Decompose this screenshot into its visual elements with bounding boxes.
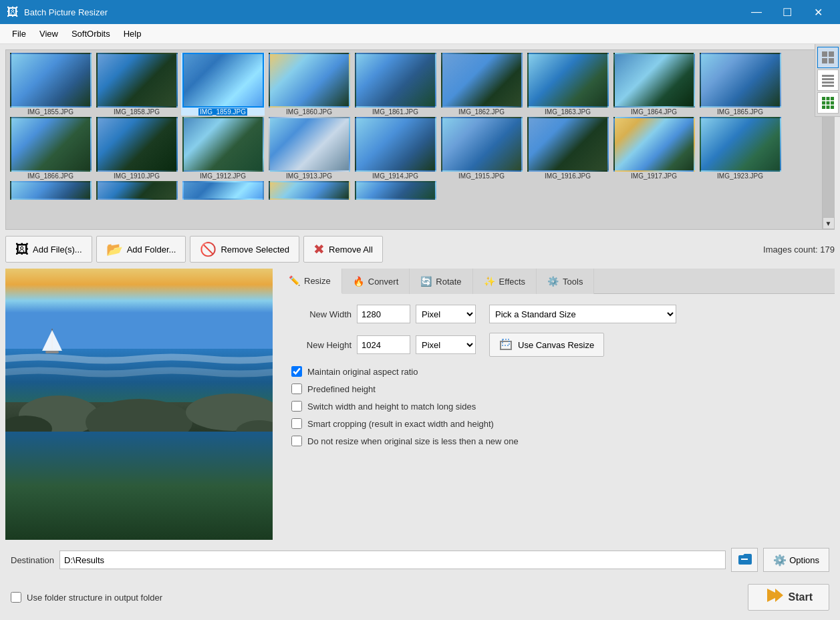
view-large-icon-btn[interactable] [817, 47, 839, 68]
no-resize-checkbox-row[interactable]: Do not resize when original size is less… [291, 436, 821, 446]
switch-dimensions-checkbox-row[interactable]: Switch width and height to match long si… [291, 401, 821, 412]
add-files-button[interactable]: 🖼 Add File(s)... [5, 236, 92, 263]
svg-rect-1 [829, 51, 834, 57]
svg-rect-6 [822, 82, 834, 84]
destination-bar: Destination ⚙️ Options [5, 544, 835, 576]
width-unit-select[interactable]: Pixel Percent Inch cm mm [416, 305, 476, 323]
thumb-item[interactable] [267, 181, 351, 200]
destination-input[interactable] [59, 551, 726, 569]
svg-rect-8 [822, 97, 825, 100]
convert-tab-label: Convert [368, 277, 399, 287]
no-resize-checkbox[interactable] [291, 436, 302, 446]
remove-selected-label: Remove Selected [221, 245, 289, 255]
thumb-item-selected[interactable]: IMG_1859.JPG [181, 53, 265, 116]
add-folder-button[interactable]: 📂 Add Folder... [96, 236, 186, 263]
remove-selected-button[interactable]: 🚫 Remove Selected [190, 236, 299, 263]
tab-effects[interactable]: ✨ Effects [473, 269, 537, 294]
thumb-item[interactable]: IMG_1864.JPG [612, 53, 696, 116]
thumb-item[interactable]: IMG_1866.JPG [9, 117, 92, 180]
thumb-item[interactable]: IMG_1858.JPG [95, 53, 178, 116]
view-list-icon-btn[interactable] [817, 69, 839, 91]
height-input[interactable] [357, 335, 410, 354]
tab-tools[interactable]: ⚙️ Tools [537, 269, 594, 294]
main-toolbar: 🖼 Add File(s)... 📂 Add Folder... 🚫 Remov… [5, 234, 835, 265]
maintain-aspect-checkbox[interactable] [291, 366, 302, 377]
switch-dimensions-label: Switch width and height to match long si… [307, 402, 476, 412]
smart-cropping-checkbox[interactable] [291, 418, 302, 429]
menu-help[interactable]: Help [117, 26, 148, 41]
destination-browse-button[interactable] [731, 548, 758, 572]
thumb-item[interactable] [354, 181, 437, 200]
standard-size-select[interactable]: Pick a Standard Size [489, 305, 676, 323]
start-button[interactable]: Start [748, 584, 829, 611]
tab-convert[interactable]: 🔥 Convert [342, 269, 410, 294]
use-folder-structure-checkbox[interactable] [11, 592, 21, 603]
resize-tab-icon: ✏️ [289, 275, 300, 286]
svg-rect-4 [822, 75, 834, 77]
minimize-button[interactable]: — [741, 0, 772, 24]
use-folder-structure-row[interactable]: Use folder structure in output folder [11, 592, 162, 603]
view-grid-icon-btn[interactable] [817, 92, 839, 114]
app-icon: 🖼 [7, 5, 19, 19]
thumb-item[interactable]: IMG_1865.JPG [698, 53, 782, 116]
svg-rect-15 [826, 106, 829, 109]
preview-image [5, 269, 273, 540]
thumb-item[interactable]: IMG_1910.JPG [95, 117, 178, 180]
thumb-item[interactable]: IMG_1915.JPG [440, 117, 523, 180]
preview-panel [5, 269, 273, 540]
gallery-row-1: IMG_1855.JPG IMG_1858.JPG IMG_1859.JPG I… [9, 53, 819, 116]
tab-resize[interactable]: ✏️ Resize [278, 269, 342, 294]
svg-rect-12 [826, 102, 829, 105]
predefined-height-checkbox-row[interactable]: Predefined height [291, 383, 821, 394]
thumb-item[interactable]: IMG_1913.JPG [267, 117, 351, 180]
predefined-height-checkbox[interactable] [291, 383, 302, 394]
add-files-label: Add File(s)... [33, 245, 82, 255]
maximize-button[interactable]: ☐ [772, 0, 803, 24]
thumb-item[interactable]: IMG_1923.JPG [698, 117, 782, 180]
smart-cropping-checkbox-row[interactable]: Smart cropping (result in exact width an… [291, 418, 821, 429]
images-count: Images count: 179 [763, 245, 835, 255]
scroll-down-arrow[interactable]: ▼ [823, 217, 835, 229]
thumb-item[interactable] [95, 181, 178, 200]
thumb-item[interactable]: IMG_1863.JPG [526, 53, 609, 116]
options-gear-icon: ⚙️ [773, 554, 787, 567]
options-button[interactable]: ⚙️ Options [763, 548, 829, 572]
options-label: Options [789, 555, 819, 565]
options-panel: ✏️ Resize 🔥 Convert 🔄 Rotate ✨ Effects ⚙… [278, 269, 835, 540]
svg-rect-10 [831, 97, 834, 100]
resize-tab-label: Resize [304, 276, 331, 286]
thumb-item[interactable]: IMG_1912.JPG [181, 117, 265, 180]
app-title: Batch Picture Resizer [24, 7, 108, 17]
canvas-resize-button[interactable]: Use Canvas Resize [489, 333, 604, 357]
maintain-aspect-checkbox-row[interactable]: Maintain original aspect ratio [291, 366, 821, 377]
tab-rotate[interactable]: 🔄 Rotate [410, 269, 472, 294]
switch-dimensions-checkbox[interactable] [291, 401, 302, 412]
thumb-item[interactable]: IMG_1855.JPG [9, 53, 92, 116]
thumb-item[interactable]: IMG_1861.JPG [354, 53, 437, 116]
width-input[interactable] [357, 305, 410, 323]
svg-rect-14 [822, 106, 825, 109]
new-width-label: New Width [291, 309, 352, 319]
menu-view[interactable]: View [33, 26, 65, 41]
add-folder-icon: 📂 [106, 241, 123, 257]
thumb-item[interactable]: IMG_1860.JPG [267, 53, 351, 116]
close-button[interactable]: ✕ [803, 0, 833, 24]
thumb-item[interactable] [9, 181, 92, 200]
canvas-resize-icon [499, 337, 513, 353]
predefined-height-label: Predefined height [307, 384, 376, 394]
gallery-row-3 [9, 181, 819, 201]
svg-rect-13 [831, 102, 834, 105]
remove-all-button[interactable]: ✖ Remove All [303, 236, 383, 263]
svg-rect-17 [5, 269, 273, 349]
start-icon [764, 586, 783, 609]
menu-file[interactable]: File [5, 26, 33, 41]
svg-rect-29 [503, 339, 509, 345]
thumb-item[interactable]: IMG_1916.JPG [526, 117, 609, 180]
convert-tab-icon: 🔥 [353, 276, 364, 287]
thumb-item[interactable]: IMG_1862.JPG [440, 53, 523, 116]
height-unit-select[interactable]: Pixel Percent Inch cm mm [416, 335, 476, 354]
thumb-item[interactable]: IMG_1914.JPG [354, 117, 437, 180]
thumb-item[interactable]: IMG_1917.JPG [612, 117, 696, 180]
thumb-item[interactable] [181, 181, 265, 200]
menu-softorbits[interactable]: SoftOrbits [65, 26, 117, 41]
